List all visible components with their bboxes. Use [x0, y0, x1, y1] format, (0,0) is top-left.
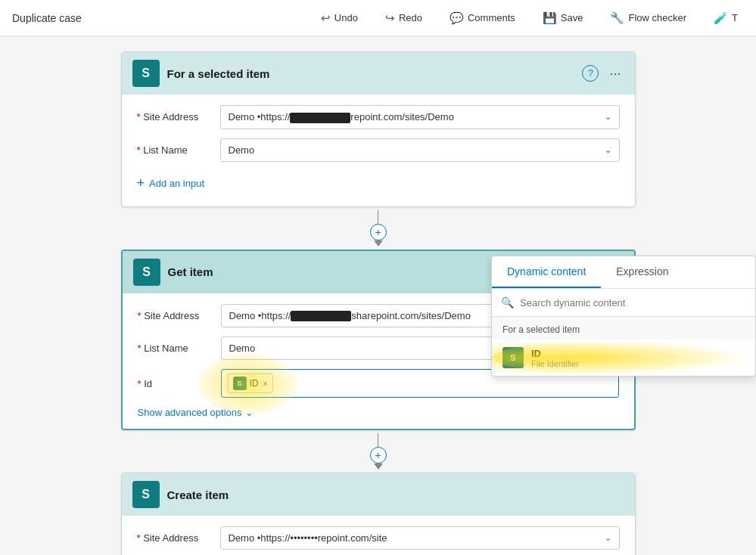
- panel-item-info-id: ID File Identifier: [531, 348, 579, 368]
- chevron-site-address-1: ⌄: [605, 112, 611, 122]
- block-for-selected-item: S For a selected item ? ··· Site Address…: [121, 51, 636, 207]
- site-address-value-2: Demo •https:// sharepoint.com/sites/Demo: [229, 310, 471, 322]
- field-dropdown-list-name-1[interactable]: Demo ⌄: [220, 138, 620, 162]
- panel-tabs: Dynamic content Expression: [492, 256, 755, 289]
- panel-section-title: For a selected item: [492, 317, 755, 340]
- add-input-label: Add an input: [149, 178, 204, 189]
- block-icon-for-selected-item: S: [132, 60, 160, 87]
- test-label: T: [732, 12, 738, 23]
- undo-label: Undo: [334, 12, 358, 23]
- field-label-site-address-3: Site Address: [137, 532, 213, 544]
- block-body-create-item: Site Address Demo •https://••••••••repoi…: [122, 516, 635, 555]
- id-token-text: ID: [250, 378, 259, 389]
- connector-arrow-1: [374, 240, 383, 246]
- test-button[interactable]: 🧪 T: [708, 8, 744, 28]
- show-advanced-label: Show advanced options: [138, 407, 242, 418]
- connector-1[interactable]: +: [370, 210, 387, 246]
- flow-checker-icon: 🔧: [610, 11, 624, 25]
- block-title-for-selected-item: For a selected item: [167, 67, 575, 80]
- comment-icon: 💬: [450, 11, 464, 25]
- add-input-button[interactable]: + Add an input: [137, 171, 620, 196]
- topbar-title: Duplicate case: [12, 12, 82, 24]
- field-label-list-name-1: List Name: [137, 144, 213, 156]
- canvas: S For a selected item ? ··· Site Address…: [0, 36, 756, 555]
- panel-item-desc-id: File Identifier: [531, 359, 579, 368]
- block-body-for-selected-item: Site Address Demo •https:// repoint.com/…: [122, 95, 635, 206]
- redo-button[interactable]: ↪ Redo: [379, 8, 428, 28]
- list-name-value-2: Demo: [229, 343, 256, 354]
- field-label-site-address-2: Site Address: [138, 310, 213, 321]
- field-label-id: Id: [138, 378, 213, 389]
- list-name-value-1: Demo: [229, 144, 255, 156]
- block-icon-create-item: S: [132, 481, 160, 508]
- flow-checker-label: Flow checker: [628, 12, 686, 23]
- site-address-value-3: Demo •https://••••••••repoint.com/site: [229, 532, 387, 544]
- connector-plus-1[interactable]: +: [370, 224, 387, 240]
- chevron-site-address-3: ⌄: [605, 533, 611, 543]
- connector-plus-2[interactable]: +: [370, 447, 387, 464]
- search-icon: 🔍: [501, 296, 514, 309]
- test-icon: 🧪: [714, 11, 728, 25]
- field-row-site-address-1: Site Address Demo •https:// repoint.com/…: [137, 105, 620, 129]
- topbar: Duplicate case ↩ Undo ↪ Redo 💬 Comments …: [0, 0, 756, 36]
- block-header-create-item: S Create item: [122, 473, 635, 516]
- undo-icon: ↩: [321, 11, 331, 25]
- chevron-advanced: ⌄: [245, 407, 254, 418]
- chevron-list-name-1: ⌄: [605, 145, 611, 155]
- id-token-icon: S: [233, 377, 247, 390]
- field-row-list-name-1: List Name Demo ⌄: [137, 138, 620, 162]
- block-icon-get-item: S: [133, 259, 160, 286]
- field-dropdown-site-address-3[interactable]: Demo •https://••••••••repoint.com/site ⌄: [220, 526, 620, 550]
- field-label-site-address-1: Site Address: [137, 111, 213, 122]
- dynamic-content-search-input[interactable]: [520, 297, 746, 309]
- block-title-create-item: Create item: [167, 488, 624, 501]
- topbar-actions: ↩ Undo ↪ Redo 💬 Comments 💾 Save 🔧 Flow c…: [315, 8, 744, 28]
- connector-line-1: [378, 210, 378, 224]
- connector-2[interactable]: +: [370, 433, 387, 470]
- save-label: Save: [561, 12, 583, 23]
- flow-checker-button[interactable]: 🔧 Flow checker: [604, 8, 692, 28]
- show-advanced-button[interactable]: Show advanced options ⌄: [138, 407, 619, 418]
- id-token-close[interactable]: ×: [263, 379, 268, 388]
- save-icon: 💾: [543, 11, 557, 25]
- connector-line-2: [378, 433, 378, 447]
- connector-arrow-2: [374, 464, 383, 470]
- field-row-site-address-3: Site Address Demo •https://••••••••repoi…: [137, 526, 620, 550]
- tab-expression[interactable]: Expression: [601, 256, 683, 288]
- block-create-item: S Create item Site Address Demo •https:/…: [121, 473, 636, 555]
- panel-item-icon-id: S: [502, 347, 524, 368]
- block-header-actions-1: ? ···: [582, 64, 624, 83]
- field-dropdown-site-address-1[interactable]: Demo •https:// repoint.com/sites/Demo ⌄: [220, 105, 620, 129]
- dynamic-content-panel: Dynamic content Expression 🔍 For a selec…: [491, 256, 756, 377]
- field-label-list-name-2: List Name: [138, 343, 213, 354]
- panel-item-id[interactable]: S ID File Identifier: [492, 340, 755, 376]
- site-address-value-1: Demo •https:// repoint.com/sites/Demo: [229, 111, 454, 123]
- comments-label: Comments: [468, 12, 515, 23]
- undo-button[interactable]: ↩ Undo: [315, 8, 364, 28]
- redo-icon: ↪: [385, 11, 395, 25]
- plus-icon: +: [137, 175, 145, 191]
- help-icon-1[interactable]: ?: [582, 65, 599, 82]
- id-token: S ID ×: [228, 374, 273, 393]
- more-icon-1[interactable]: ···: [606, 64, 624, 83]
- panel-item-name-id: ID: [531, 348, 579, 359]
- comments-button[interactable]: 💬 Comments: [443, 8, 521, 28]
- save-button[interactable]: 💾 Save: [537, 8, 590, 28]
- redo-label: Redo: [399, 12, 422, 23]
- panel-search-area: 🔍: [492, 289, 755, 317]
- tab-dynamic-content[interactable]: Dynamic content: [492, 256, 601, 288]
- block-header-for-selected-item: S For a selected item ? ···: [122, 52, 635, 95]
